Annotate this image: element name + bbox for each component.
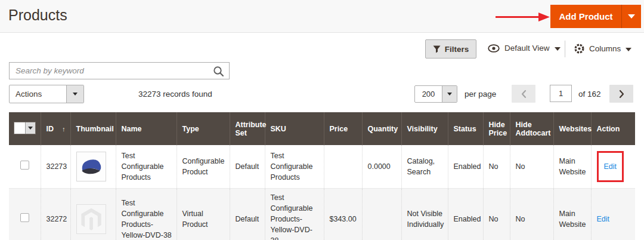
cell-hide-addtocart: No — [510, 145, 553, 188]
gear-icon — [574, 44, 584, 54]
filter-icon — [433, 45, 441, 53]
cell-hide-price: No — [483, 188, 510, 240]
actions-dropdown[interactable]: Actions — [9, 85, 84, 103]
cell-type: Configurable Product — [177, 145, 230, 188]
per-page-label: per page — [465, 90, 496, 99]
cell-id: 32272 — [41, 188, 70, 240]
column-header-action[interactable]: Action — [591, 112, 635, 145]
cell-visibility: Catalog, Search — [401, 145, 448, 188]
cell-id: 32273 — [41, 145, 70, 188]
magento-placeholder-image — [79, 207, 103, 231]
cell-quantity: 0.0000 — [362, 145, 401, 188]
cell-action: Edit — [591, 188, 635, 240]
edit-link[interactable]: Edit — [604, 162, 617, 171]
per-page-caret[interactable] — [442, 86, 457, 102]
column-header-attribute-set[interactable]: Attribute Set — [230, 112, 265, 145]
chevron-right-icon — [618, 90, 625, 99]
cell-hide-price: No — [483, 145, 510, 188]
products-grid: ID ↑ Thumbnail Name Type Attribute Set S… — [9, 112, 635, 240]
column-header-visibility[interactable]: Visibility — [401, 112, 448, 145]
edit-link[interactable]: Edit — [597, 215, 610, 223]
product-thumbnail — [76, 152, 106, 181]
cell-name: Test Configurable Products — [116, 145, 177, 188]
select-all-header — [9, 112, 41, 145]
cell-status: Enabled — [448, 188, 483, 240]
select-all-dropdown[interactable] — [14, 122, 36, 134]
table-row: 32273 Test Configurable Products Configu… — [9, 145, 635, 188]
eye-icon — [488, 44, 500, 53]
next-page-button[interactable] — [609, 85, 633, 103]
chevron-left-icon — [521, 90, 527, 99]
column-header-status[interactable]: Status — [448, 112, 483, 145]
sort-ascending-icon: ↑ — [62, 125, 66, 133]
cell-quantity — [362, 188, 401, 240]
search-input[interactable] — [10, 63, 229, 79]
previous-page-button[interactable] — [512, 85, 535, 103]
cell-attribute-set: Default — [230, 145, 265, 188]
row-checkbox[interactable] — [20, 161, 29, 170]
annotation-arrow-icon — [495, 12, 550, 24]
cell-thumbnail — [70, 188, 116, 240]
columns-selector[interactable]: Columns — [574, 44, 631, 54]
total-pages-label: of 162 — [578, 90, 601, 99]
caret-down-icon — [628, 14, 635, 19]
cell-attribute-set: Default — [230, 188, 265, 240]
caret-down-icon — [626, 48, 631, 51]
caret-down-icon — [28, 127, 33, 130]
filters-label: Filters — [445, 45, 469, 54]
row-checkbox[interactable] — [20, 213, 29, 222]
add-product-button[interactable]: Add Product — [550, 5, 641, 28]
add-product-split-toggle[interactable] — [621, 5, 641, 28]
filters-button[interactable]: Filters — [425, 39, 476, 59]
current-page-input[interactable] — [550, 85, 572, 102]
column-header-type[interactable]: Type — [177, 112, 230, 145]
caret-down-icon — [555, 47, 561, 51]
search-icon[interactable] — [213, 66, 224, 79]
columns-label: Columns — [589, 44, 621, 53]
annotation-highlight-box: Edit — [597, 151, 624, 182]
column-header-thumbnail[interactable]: Thumbnail — [70, 112, 116, 145]
per-page-dropdown[interactable]: 200 — [414, 85, 457, 103]
view-label: Default View — [504, 44, 550, 53]
cell-price — [324, 145, 362, 188]
column-header-id[interactable]: ID ↑ — [41, 112, 70, 145]
cell-sku: Test Configurable Products-Yellow-DVD-38 — [265, 188, 324, 240]
cell-visibility: Not Visible Individually — [401, 188, 448, 240]
caret-down-icon — [447, 93, 452, 96]
cell-price: $343.00 — [324, 188, 362, 240]
select-all-checkbox[interactable] — [14, 122, 25, 134]
row-select-cell — [9, 145, 41, 188]
cell-status: Enabled — [448, 145, 483, 188]
page-title: Products — [8, 7, 67, 24]
blue-cap-image — [79, 156, 104, 177]
column-header-sku[interactable]: SKU — [265, 112, 324, 145]
row-select-cell — [9, 188, 41, 240]
cell-hide-addtocart: No — [510, 188, 553, 240]
column-header-quantity[interactable]: Quantity — [362, 112, 401, 145]
search-box — [9, 62, 230, 79]
cell-thumbnail — [70, 145, 116, 188]
column-header-price[interactable]: Price — [324, 112, 362, 145]
column-header-hide-price[interactable]: Hide Price — [483, 112, 510, 145]
actions-caret[interactable] — [66, 85, 83, 103]
grid-header-row: ID ↑ Thumbnail Name Type Attribute Set S… — [9, 112, 635, 145]
actions-label: Actions — [10, 85, 66, 103]
cell-websites: Main Website — [553, 188, 591, 240]
product-thumbnail — [76, 204, 106, 234]
caret-down-icon — [73, 93, 78, 96]
cell-name: Test Configurable Products-Yellow-DVD-38 — [116, 188, 177, 240]
per-page-value: 200 — [415, 86, 442, 102]
column-header-hide-addtocart[interactable]: Hide Addtocart — [510, 112, 553, 145]
table-row: 32272 Test Configurable Products-Yellow-… — [9, 188, 635, 240]
column-header-name[interactable]: Name — [116, 112, 177, 145]
add-product-label[interactable]: Add Product — [550, 5, 621, 28]
toolbar-divider — [565, 41, 565, 57]
cell-action: Edit — [591, 145, 635, 188]
cell-type: Virtual Product — [177, 188, 230, 240]
cell-websites: Main Website — [553, 145, 591, 188]
cell-sku: Test Configurable Products — [265, 145, 324, 188]
column-header-websites[interactable]: Websites — [553, 112, 591, 145]
select-all-caret[interactable] — [25, 122, 35, 134]
records-found: 32273 records found — [138, 90, 212, 99]
view-selector[interactable]: Default View — [488, 44, 561, 53]
